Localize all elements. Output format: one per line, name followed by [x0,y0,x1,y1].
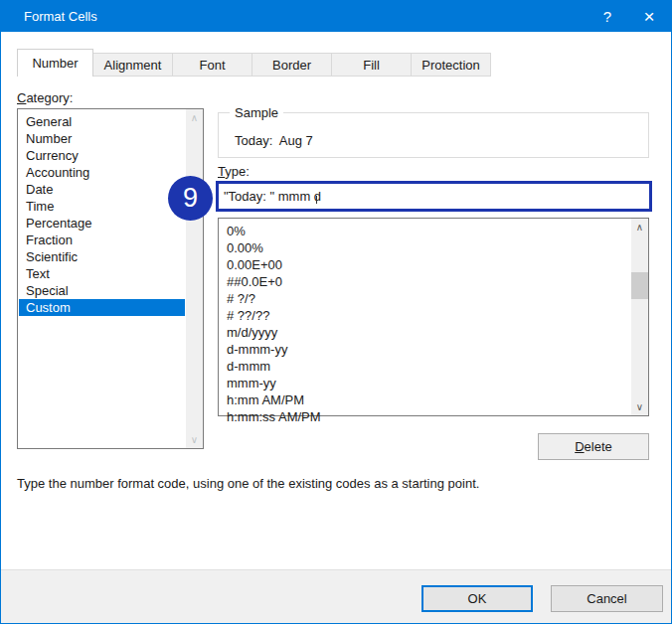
tab-label: Border [272,58,311,73]
tab-strip: Number Alignment Font Border Fill Protec… [17,49,491,77]
delete-button[interactable]: Delete [538,433,649,460]
window-title: Format Cells [1,9,97,24]
delete-label-accesskey: D [575,439,584,454]
category-item-custom[interactable]: Custom [19,299,185,316]
category-item-currency[interactable]: Currency [19,147,185,164]
format-code-item[interactable]: # ?/? [220,290,630,307]
window-controls: ? × [588,1,671,32]
category-label: Category: [17,90,73,105]
delete-button-label: Delete [575,439,612,454]
category-item-accounting[interactable]: Accounting [19,164,185,181]
format-code-scrollbar[interactable]: ∧ ∨ [631,219,648,415]
category-item-scientific[interactable]: Scientific [19,248,185,265]
scroll-down-icon[interactable]: ∨ [186,431,203,448]
help-text: Type the number format code, using one o… [17,476,658,491]
scrollbar-thumb[interactable] [631,272,648,299]
category-item-time[interactable]: Time [19,198,185,215]
format-cells-dialog: Format Cells ? × Number Alignment Font B… [0,0,672,624]
format-code-item[interactable]: mmm-yy [220,375,630,391]
tab-label: Fill [363,58,380,73]
category-item-percentage[interactable]: Percentage [19,215,185,232]
format-code-item[interactable]: d-mmm-yy [220,341,630,358]
format-code-item[interactable]: 0.00E+00 [220,256,630,273]
format-code-item[interactable]: h:mm AM/PM [220,391,630,408]
annotation-badge-9: 9 [168,176,213,221]
help-icon[interactable]: ? [588,1,627,32]
tab-border[interactable]: Border [252,53,332,77]
category-label-accesskey: C [17,90,26,105]
category-scrollbar[interactable]: ∧ ∨ [186,109,203,448]
cancel-button[interactable]: Cancel [551,585,663,612]
format-code-item[interactable]: ##0.0E+0 [220,273,630,290]
ok-button[interactable]: OK [421,585,533,612]
tab-label: Number [32,56,78,71]
format-code-items: 0% 0.00% 0.00E+00 ##0.0E+0 # ?/? # ??/??… [220,223,630,425]
format-code-item[interactable]: h:mm:ss AM/PM [220,408,630,425]
category-item-text[interactable]: Text [19,265,185,282]
category-item-fraction[interactable]: Fraction [19,232,185,248]
tab-label: Font [199,58,225,73]
category-label-rest: ategory: [26,90,73,105]
type-label-rest: ype: [225,164,250,179]
category-listbox: General Number Currency Accounting Date … [17,108,204,449]
scroll-up-icon[interactable]: ∧ [631,219,648,235]
delete-label-rest: elete [585,439,612,454]
scroll-down-icon[interactable]: ∨ [631,398,648,415]
title-bar: Format Cells ? × [1,1,671,32]
tab-font[interactable]: Font [173,53,252,77]
tab-number[interactable]: Number [17,49,93,77]
category-item-general[interactable]: General [19,113,185,130]
format-code-item[interactable]: 0% [220,223,630,239]
category-item-special[interactable]: Special [19,282,185,299]
tab-protection[interactable]: Protection [412,53,491,77]
close-icon[interactable]: × [627,1,671,32]
format-code-item[interactable]: 0.00% [220,239,630,256]
tab-label: Alignment [104,58,162,73]
format-code-listbox: 0% 0.00% 0.00E+00 ##0.0E+0 # ?/? # ??/??… [218,218,649,416]
type-input-value: "Today: " mmm d [224,189,321,204]
text-caret [316,196,317,204]
format-code-item[interactable]: # ??/?? [220,307,630,324]
format-code-item[interactable]: m/d/yyyy [220,324,630,341]
type-label: Type: [218,164,250,179]
format-code-item[interactable]: d-mmm [220,358,630,375]
tab-alignment[interactable]: Alignment [93,53,173,77]
sample-group: Sample Today: Aug 7 [218,112,649,158]
tab-fill[interactable]: Fill [332,53,412,77]
category-item-number[interactable]: Number [19,130,185,147]
type-input[interactable]: "Today: " mmm d [216,181,652,212]
sample-value: Today: Aug 7 [235,133,313,148]
category-item-date[interactable]: Date [19,181,185,198]
scroll-up-icon[interactable]: ∧ [186,109,203,126]
category-items: General Number Currency Accounting Date … [19,113,185,316]
tab-label: Protection [421,58,480,73]
sample-group-label: Sample [230,105,283,120]
